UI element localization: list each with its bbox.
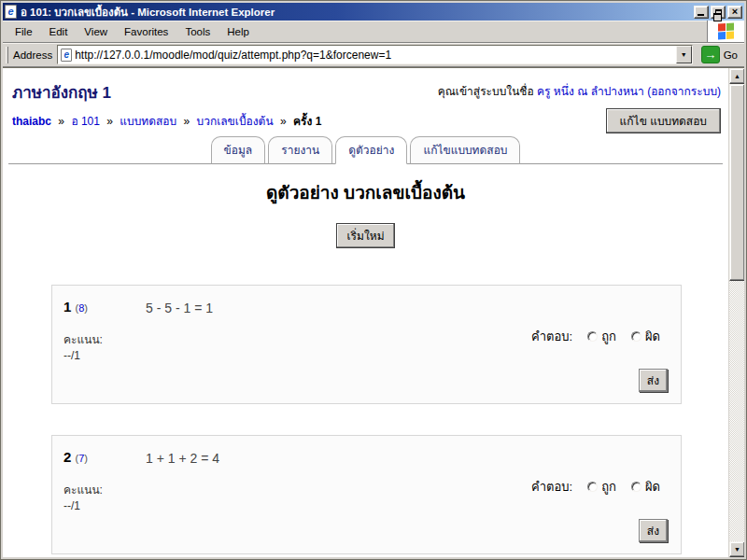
- breadcrumb-quiz-link[interactable]: บวกเลขเบื้องต้น: [197, 115, 274, 128]
- close-button[interactable]: ×: [727, 6, 742, 19]
- tab-edit-quiz[interactable]: แก้ไขแบบทดสอบ: [410, 136, 520, 164]
- breadcrumb-separator: »: [58, 115, 64, 128]
- title-bar[interactable]: e อ 101: บวกเลขเบื้องต้น - Microsoft Int…: [3, 3, 744, 21]
- answer-label: คำตอบ:: [531, 327, 572, 346]
- answer-row: คำตอบ: ถูก ผิด: [531, 477, 660, 497]
- page-icon: e: [61, 49, 72, 62]
- toolbar-grip[interactable]: [6, 47, 8, 63]
- menu-tools[interactable]: Tools: [176, 23, 218, 40]
- window-title: อ 101: บวกเลขเบื้องต้น - Microsoft Inter…: [21, 4, 690, 21]
- url-dropdown-button[interactable]: ▼: [676, 46, 692, 63]
- logout-link[interactable]: (ออกจากระบบ): [647, 85, 721, 98]
- question-text: 5 - 5 - 1 = 1: [146, 301, 213, 315]
- submit-button[interactable]: ส่ง: [639, 519, 668, 542]
- radio-false-icon[interactable]: [631, 482, 641, 492]
- answer-label: คำตอบ:: [531, 477, 572, 497]
- breadcrumb-row: thaiabc » อ 101 » แบบทดสอบ » บวกเลขเบื้อ…: [12, 109, 721, 132]
- address-label: Address: [13, 49, 52, 61]
- window-controls: ×: [694, 6, 742, 19]
- windows-logo-panel: [707, 21, 744, 42]
- score-label: คะแนน:: [63, 330, 103, 348]
- page-header: ภาษาอังกฤษ 1 คุณเข้าสู่ระบบในชื่อ ครู หน…: [12, 79, 721, 105]
- question-number-value: 1: [63, 299, 71, 315]
- breadcrumb-separator: »: [184, 115, 190, 128]
- login-prefix: คุณเข้าสู่ระบบในชื่อ: [438, 85, 534, 98]
- login-info: คุณเข้าสู่ระบบในชื่อ ครู หนึ่ง ณ ลำปางหน…: [438, 82, 721, 100]
- restart-row: เริ่มใหม่: [3, 223, 728, 248]
- browser-viewport: ภาษาอังกฤษ 1 คุณเข้าสู่ระบบในชื่อ ครู หน…: [3, 67, 744, 557]
- breadcrumb-separator: »: [280, 115, 287, 128]
- url-box: e ▼: [57, 45, 692, 64]
- menu-edit[interactable]: Edit: [41, 23, 77, 40]
- option-true[interactable]: ถูก: [587, 327, 616, 346]
- go-button[interactable]: →: [701, 46, 720, 63]
- breadcrumb: thaiabc » อ 101 » แบบทดสอบ » บวกเลขเบื้อ…: [12, 112, 321, 130]
- score-value: --/1: [63, 349, 80, 362]
- option-true-label: ถูก: [601, 327, 616, 346]
- radio-false-icon[interactable]: [631, 331, 641, 342]
- question-number-value: 2: [63, 449, 71, 465]
- radio-true-icon[interactable]: [587, 331, 598, 342]
- tab-reports[interactable]: รายงาน: [268, 136, 332, 164]
- menu-view[interactable]: View: [76, 23, 116, 40]
- scroll-up-icon: ▲: [734, 73, 740, 79]
- question-text: 1 + 1 + 2 = 4: [146, 451, 219, 466]
- go-arrow-icon: →: [704, 49, 716, 61]
- ie-window-icon: e: [5, 5, 17, 19]
- answer-row: คำตอบ: ถูก ผิด: [531, 327, 660, 346]
- tab-preview[interactable]: ดูตัวอย่าง: [335, 136, 407, 164]
- logged-in-user-link[interactable]: ครู หนึ่ง ณ ลำปางหนา: [537, 85, 644, 98]
- windows-flag-icon: [718, 22, 734, 39]
- ie-glyph: e: [63, 50, 69, 60]
- breadcrumb-separator: »: [106, 115, 113, 128]
- moodle-page: ภาษาอังกฤษ 1 คุณเข้าสู่ระบบในชื่อ ครู หน…: [3, 68, 728, 557]
- menu-file[interactable]: File: [7, 23, 41, 40]
- menu-bar: File Edit View Favorites Tools Help: [3, 21, 744, 43]
- scroll-up-button[interactable]: ▲: [729, 68, 744, 84]
- scrollbar-thumb[interactable]: [729, 84, 744, 281]
- breadcrumb-quizzes-link[interactable]: แบบทดสอบ: [120, 115, 176, 128]
- question-number: 2 (7): [63, 449, 88, 465]
- option-false[interactable]: ผิด: [631, 327, 660, 346]
- go-label: Go: [724, 49, 738, 61]
- edit-quiz-button[interactable]: แก้ไข แบบทดสอบ: [606, 108, 721, 133]
- minimize-button[interactable]: [694, 6, 709, 19]
- submit-button[interactable]: ส่ง: [639, 369, 668, 392]
- tab-info[interactable]: ข้อมูล: [211, 136, 266, 164]
- course-title: ภาษาอังกฤษ 1: [12, 79, 111, 105]
- tab-bar: ข้อมูล รายงาน ดูตัวอย่าง แก้ไขแบบทดสอบ: [8, 139, 723, 164]
- score-label: คะแนน:: [63, 481, 103, 498]
- menu-favorites[interactable]: Favorites: [116, 23, 176, 40]
- page-title: ดูตัวอย่าง บวกเลขเบื้องต้น: [3, 178, 728, 206]
- question-info: (8): [76, 302, 88, 314]
- paren-close: ): [84, 302, 88, 314]
- minimize-icon: [698, 14, 704, 16]
- go-area: → Go: [698, 46, 741, 63]
- menu-items: File Edit View Favorites Tools Help: [3, 21, 707, 42]
- option-false-label: ผิด: [645, 327, 660, 346]
- option-true[interactable]: ถูก: [587, 477, 616, 497]
- browser-window: e อ 101: บวกเลขเบื้องต้น - Microsoft Int…: [0, 0, 747, 560]
- restore-button[interactable]: [711, 6, 726, 19]
- scroll-down-button[interactable]: ▼: [729, 541, 744, 557]
- paren-close: ): [84, 453, 88, 464]
- breadcrumb-current: ครั้ง 1: [293, 115, 321, 128]
- option-false-label: ผิด: [645, 477, 660, 497]
- address-bar: Address e ▼ → Go: [3, 43, 744, 67]
- url-input[interactable]: [75, 47, 672, 63]
- option-false[interactable]: ผิด: [631, 477, 660, 497]
- score-value: --/1: [63, 499, 80, 512]
- vertical-scrollbar[interactable]: ▲ ▼: [728, 68, 744, 557]
- question-box-1: 1 (8) คะแนน: --/1 5 - 5 - 1 = 1 คำตอบ: ถ…: [51, 285, 682, 404]
- radio-true-icon[interactable]: [587, 482, 598, 492]
- question-box-2: 2 (7) คะแนน: --/1 1 + 1 + 2 = 4 คำตอบ: ถ…: [51, 435, 682, 554]
- restart-button[interactable]: เริ่มใหม่: [336, 223, 394, 248]
- menu-help[interactable]: Help: [218, 23, 258, 40]
- breadcrumb-course-link[interactable]: อ 101: [71, 115, 100, 128]
- restore-icon: [715, 9, 722, 15]
- breadcrumb-site-link[interactable]: thaiabc: [12, 115, 51, 128]
- option-true-label: ถูก: [601, 477, 616, 497]
- question-number: 1 (8): [63, 299, 88, 315]
- scroll-down-icon: ▼: [734, 546, 740, 553]
- ie-glyph: e: [7, 7, 13, 17]
